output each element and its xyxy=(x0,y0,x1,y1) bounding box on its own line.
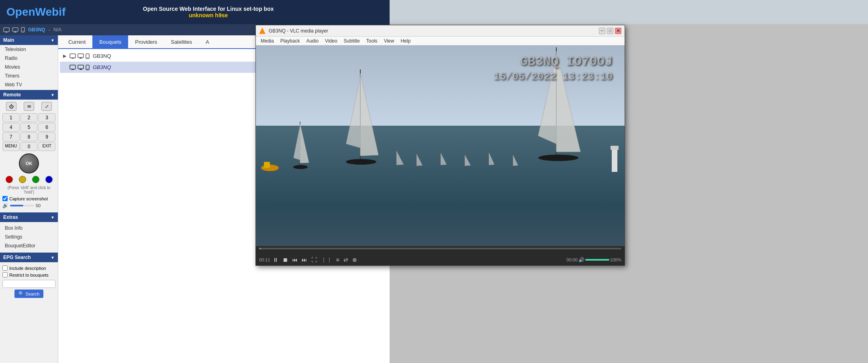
sidebar-header-extras[interactable]: Extras ▼ xyxy=(0,212,58,222)
sidebar-extras-arrow: ▼ xyxy=(51,215,55,220)
remote-yellow-button[interactable] xyxy=(19,176,26,183)
logo: OpenWebif xyxy=(6,6,65,18)
vlc-minimize-button[interactable]: ─ xyxy=(599,28,605,34)
vlc-time-current: 00:11 xyxy=(259,257,270,262)
vlc-menu-video[interactable]: Video xyxy=(322,37,340,45)
remote-btn-6[interactable]: 6 xyxy=(38,123,55,132)
remote-btn-9[interactable]: 9 xyxy=(38,133,55,141)
bouquet-name-1: GB3NQ xyxy=(93,64,111,70)
bouquet-name-0: GB3NQ xyxy=(93,53,111,59)
fullscreen-button[interactable]: ⤢ xyxy=(41,102,52,111)
svg-rect-34 xyxy=(264,162,270,168)
vlc-extended-button[interactable]: ⋮⋮ xyxy=(319,256,334,264)
tab-providers[interactable]: Providers xyxy=(128,35,164,48)
remote-green-button[interactable] xyxy=(32,176,39,183)
tagline-line1: Open Source Web Interface for Linux set-… xyxy=(143,6,274,12)
remote-btn-5[interactable]: 5 xyxy=(20,123,38,132)
sailboat-small xyxy=(288,120,312,172)
vlc-close-button[interactable]: ✕ xyxy=(615,28,621,34)
remote-btn-7[interactable]: 7 xyxy=(2,133,20,141)
restrict-bouquets-checkbox[interactable] xyxy=(2,272,8,277)
volume-slider[interactable] xyxy=(10,205,34,206)
vlc-video-area: GB3NQ IO70OJ 15/05/2022 13:23:10 xyxy=(256,45,625,246)
vlc-left-controls: 00:11 ⏸ ⏹ ⏮ ⏭ ⛶ ⋮⋮ ≡ ⇄ ⊗ xyxy=(259,256,359,264)
vlc-fullscreen-button[interactable]: ⛶ xyxy=(310,256,319,264)
vlc-menu-help[interactable]: Help xyxy=(397,37,414,45)
vlc-record-button[interactable]: ⊗ xyxy=(351,256,359,264)
epg-search-button[interactable]: 🔍 Search xyxy=(14,290,44,298)
capture-checkbox[interactable] xyxy=(2,196,8,201)
svg-rect-6 xyxy=(22,31,24,31)
remote-btn-1[interactable]: 1 xyxy=(2,113,20,122)
vlc-menu-view[interactable]: View xyxy=(381,37,398,45)
svg-rect-2 xyxy=(12,28,18,31)
remote-btn-3[interactable]: 3 xyxy=(38,113,55,122)
vlc-menu-audio[interactable]: Audio xyxy=(303,37,322,45)
remote-btn-8[interactable]: 8 xyxy=(20,133,38,141)
remote-btn-4[interactable]: 4 xyxy=(2,123,20,132)
svg-point-32 xyxy=(293,165,308,169)
power-button[interactable]: ⏻ xyxy=(6,102,16,111)
svg-rect-16 xyxy=(78,65,84,69)
remote-btn-2[interactable]: 2 xyxy=(20,113,38,122)
include-desc-checkbox[interactable] xyxy=(2,265,8,271)
monitor-icon xyxy=(12,27,18,33)
vlc-playlist-button[interactable]: ≡ xyxy=(335,256,341,264)
tab-current[interactable]: Current xyxy=(61,35,92,48)
status-icons xyxy=(3,27,25,33)
vlc-prev-button[interactable]: ⏮ xyxy=(290,256,299,264)
svg-marker-46 xyxy=(513,155,518,166)
tab-bouquets[interactable]: Bouquets xyxy=(92,35,128,48)
remote-btn-exit[interactable]: EXIT xyxy=(38,142,55,151)
sidebar-remote-arrow: ▼ xyxy=(51,93,55,97)
vlc-progress-bar[interactable] xyxy=(259,248,621,249)
svg-rect-1 xyxy=(5,32,8,33)
remote-ok-button[interactable]: OK xyxy=(19,153,39,173)
vlc-window-buttons: ─ □ ✕ xyxy=(599,28,621,34)
structure-right xyxy=(609,140,621,172)
yellow-boat xyxy=(260,160,280,172)
sidebar-item-bouqueteditor[interactable]: BouquetEditor xyxy=(0,241,58,250)
remote-blue-button[interactable] xyxy=(45,176,53,183)
vlc-menu-playback[interactable]: Playback xyxy=(277,37,303,45)
vlc-stop-button[interactable]: ⏹ xyxy=(281,256,290,264)
svg-marker-30 xyxy=(300,124,309,163)
remote-btn-0[interactable]: 0 xyxy=(20,142,38,151)
vlc-frame-button[interactable]: ⇄ xyxy=(342,256,350,264)
sidebar-header-remote[interactable]: Remote ▼ xyxy=(0,90,58,100)
remote-red-button[interactable] xyxy=(6,176,13,183)
svg-marker-38 xyxy=(417,154,423,166)
epg-search-input[interactable] xyxy=(2,280,55,288)
sidebar-item-boxinfo[interactable]: Box Info xyxy=(0,224,58,232)
vlc-menu-tools[interactable]: Tools xyxy=(363,37,381,45)
svg-rect-18 xyxy=(79,69,82,70)
sidebar-item-television[interactable]: Television xyxy=(0,45,58,54)
svg-rect-19 xyxy=(86,65,89,70)
svg-rect-3 xyxy=(14,31,16,32)
sidebar-item-webtv[interactable]: Web TV xyxy=(0,80,58,89)
tab-a[interactable]: A xyxy=(199,35,216,48)
vlc-cone-icon xyxy=(259,28,266,34)
vlc-pause-button[interactable]: ⏸ xyxy=(271,256,280,264)
sidebar-item-settings[interactable]: Settings xyxy=(0,232,58,241)
vlc-menu-media[interactable]: Media xyxy=(257,37,277,45)
mail-button[interactable]: ✉ xyxy=(24,102,34,111)
vlc-menu-subtitle[interactable]: Subtitle xyxy=(341,37,363,45)
svg-rect-10 xyxy=(80,57,82,58)
sidebar-extras-label: Extras xyxy=(3,214,18,220)
vlc-volume-bar[interactable] xyxy=(585,259,609,261)
extras-items: Box Info Settings BouquetEditor xyxy=(0,222,58,252)
volume-value: 50 xyxy=(36,203,41,208)
remote-btn-menu[interactable]: MENU xyxy=(2,142,20,151)
sidebar-item-movies[interactable]: Movies xyxy=(0,63,58,71)
sidebar-header-epg[interactable]: EPG Search ▼ xyxy=(0,253,58,262)
sidebar-item-radio[interactable]: Radio xyxy=(0,54,58,63)
vlc-overlay-line1: GB3NQ IO70OJ xyxy=(494,53,613,70)
tagline-line2: unknown h9se xyxy=(143,12,274,18)
sidebar-header-main[interactable]: Main ▼ xyxy=(0,35,58,45)
vlc-maximize-button[interactable]: □ xyxy=(607,28,613,34)
tab-satellites[interactable]: Satellites xyxy=(164,35,199,48)
sidebar-remote-label: Remote xyxy=(3,92,21,98)
vlc-next-button[interactable]: ⏭ xyxy=(300,256,309,264)
sidebar-item-timers[interactable]: Timers xyxy=(0,71,58,80)
